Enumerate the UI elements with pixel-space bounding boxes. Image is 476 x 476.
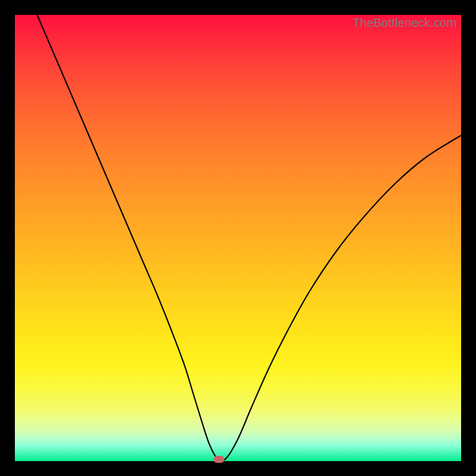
min-marker — [214, 456, 224, 463]
curve-layer — [15, 15, 461, 461]
bottleneck-curve-path — [37, 15, 462, 460]
plot-area: TheBottleneck.com — [15, 15, 461, 461]
chart-frame: TheBottleneck.com — [0, 0, 476, 476]
